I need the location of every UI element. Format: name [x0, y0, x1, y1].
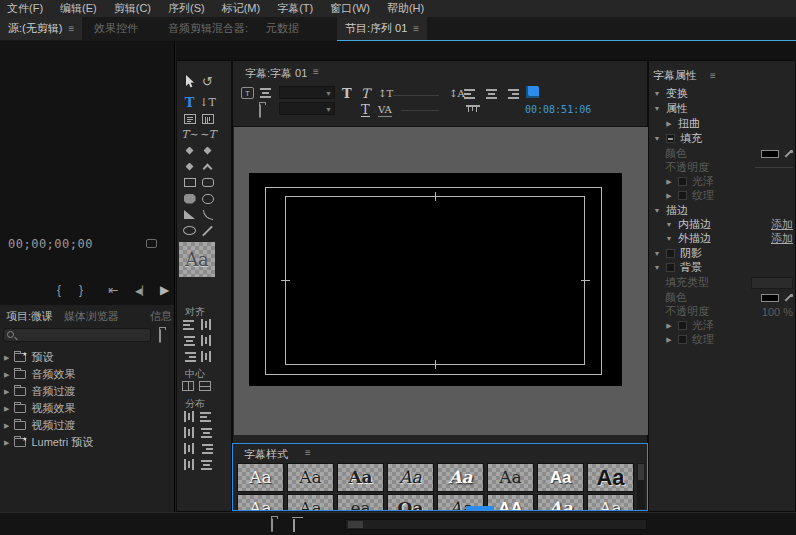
prop-shadow[interactable]: ▼阴影 [653, 247, 793, 260]
collapse-icon[interactable]: ▼ [653, 90, 661, 97]
title-canvas[interactable] [234, 127, 648, 435]
tab-info[interactable]: 信息 [150, 309, 172, 324]
rounded-rectangle-tool[interactable] [200, 175, 215, 190]
convert-anchor-tool[interactable] [200, 159, 215, 174]
style-swatch[interactable]: Aa [337, 463, 384, 492]
sheen-checkbox[interactable] [678, 321, 687, 330]
delete-style-icon[interactable] [293, 519, 295, 532]
collapse-icon[interactable]: ▼ [653, 264, 661, 271]
prop-transform[interactable]: ▼变换 [653, 87, 793, 100]
style-swatch[interactable]: Aa [237, 494, 284, 511]
tree-item-audio-transitions[interactable]: ▶ 音频过渡 [4, 384, 75, 399]
expander-icon[interactable]: ▶ [4, 422, 9, 430]
expand-icon[interactable]: ▶ [665, 322, 673, 330]
tab-audio-mixer[interactable]: 音频剪辑混合器: [160, 17, 256, 40]
ellipse-tool[interactable] [182, 223, 197, 238]
font-style-select[interactable]: ▼ [279, 102, 335, 115]
new-title-button[interactable]: T [241, 87, 254, 99]
prop-bg-sheen[interactable]: ▶光泽 [665, 319, 793, 332]
tree-item-presets[interactable]: ▶ ★ 预设 [4, 350, 53, 365]
clipped-rectangle-tool[interactable] [182, 191, 197, 206]
style-swatch[interactable]: Aa [287, 494, 334, 511]
expand-icon[interactable]: ▶ [665, 178, 673, 186]
menu-window[interactable]: 窗口(W) [330, 1, 370, 16]
menu-clip[interactable]: 剪辑(C) [114, 1, 151, 16]
opacity-slider[interactable] [755, 167, 793, 168]
align-top-button[interactable] [200, 319, 213, 331]
expand-icon[interactable]: ▶ [665, 120, 673, 128]
distribute-bottom-button[interactable] [200, 443, 213, 455]
expander-icon[interactable]: ▶ [4, 371, 9, 379]
prop-bg-texture[interactable]: ▶纹理 [665, 333, 793, 346]
distribute-vspacing-button[interactable] [200, 459, 213, 471]
sheen-checkbox[interactable] [678, 177, 687, 186]
search-input[interactable] [3, 328, 151, 342]
menu-file[interactable]: 文件(F) [7, 1, 43, 16]
style-swatch[interactable]: Aa [237, 463, 284, 492]
styles-vertical-scrollbar[interactable] [637, 463, 645, 509]
align-left-button[interactable] [183, 319, 196, 331]
menu-help[interactable]: 帮助(H) [387, 1, 424, 16]
prop-distort[interactable]: ▶扭曲 [665, 117, 793, 130]
area-type-tool[interactable] [182, 111, 197, 126]
italic-button[interactable]: T [361, 87, 370, 100]
show-background-video-button[interactable] [526, 86, 539, 98]
templates-button[interactable] [259, 104, 261, 118]
mark-out-button[interactable]: } [79, 284, 83, 296]
prop-inner-stroke[interactable]: ▼内描边 添加 [665, 218, 793, 231]
style-swatch[interactable]: Aa [537, 494, 584, 511]
panel-menu-icon[interactable]: ≡ [413, 23, 419, 34]
collapse-icon[interactable]: ▼ [653, 207, 661, 214]
align-vcenter-button[interactable] [200, 335, 213, 347]
expander-icon[interactable]: ▶ [4, 388, 9, 396]
step-back-button[interactable]: ◀▏ [135, 285, 149, 297]
menu-sequence[interactable]: 序列(S) [168, 1, 205, 16]
round-rectangle-tool[interactable] [200, 191, 215, 206]
goto-in-button[interactable]: ⇤ [108, 284, 118, 296]
prop-strokes[interactable]: ▼描边 [653, 204, 793, 217]
style-swatch[interactable]: Aa [587, 494, 634, 511]
type-tool[interactable]: T [182, 95, 197, 110]
new-bin-icon[interactable] [159, 329, 161, 343]
center-horizontal-button[interactable] [182, 381, 194, 391]
background-checkbox[interactable] [666, 263, 675, 272]
scrollbar-thumb[interactable] [638, 464, 644, 480]
style-swatch[interactable]: Aa [537, 463, 584, 492]
style-swatch[interactable]: Oa [387, 494, 434, 511]
opacity-value[interactable]: 100 % [762, 306, 793, 318]
underline-button[interactable]: T [361, 103, 370, 117]
prop-background[interactable]: ▼背景 [653, 261, 793, 274]
style-swatch[interactable]: Aa [287, 463, 334, 492]
texture-checkbox[interactable] [678, 191, 687, 200]
pen-tool[interactable] [182, 143, 197, 158]
horizontal-scrollbar[interactable] [345, 519, 647, 530]
style-swatch[interactable]: Aa [387, 463, 434, 492]
play-button[interactable]: ▶ [160, 284, 169, 296]
tab-stops-button[interactable] [466, 105, 480, 113]
path-type-tool[interactable]: T~ [182, 127, 197, 142]
add-inner-stroke-link[interactable]: 添加 [771, 217, 793, 232]
expander-icon[interactable]: ▶ [4, 405, 9, 413]
eyedropper-icon[interactable] [783, 149, 793, 159]
collapse-icon[interactable]: ▼ [653, 105, 661, 112]
distribute-left-button[interactable] [183, 411, 196, 423]
delete-anchor-tool[interactable]: - [200, 143, 215, 158]
vertical-path-type-tool[interactable]: ~T [200, 127, 215, 142]
panel-menu-icon[interactable]: ≡ [68, 23, 74, 34]
tab-metadata[interactable]: 元数据 [258, 17, 307, 40]
wedge-tool[interactable] [182, 207, 197, 222]
panel-menu-icon[interactable]: ≡ [305, 447, 311, 458]
menu-title[interactable]: 字幕(T) [277, 1, 313, 16]
bold-button[interactable]: T [342, 87, 352, 100]
add-anchor-tool[interactable]: + [182, 159, 197, 174]
output-settings-icon[interactable] [146, 239, 157, 248]
expander-icon[interactable]: ▶ [4, 439, 9, 447]
tab-program-monitor[interactable]: 节目:序列 01 ≡ [337, 17, 427, 40]
styles-horizontal-scrollbar-thumb[interactable] [466, 506, 494, 510]
tree-item-audio-effects[interactable]: ▶ 音频效果 [4, 367, 75, 382]
arc-tool[interactable] [200, 207, 215, 222]
align-bottom-button[interactable] [200, 351, 213, 363]
prop-fill-texture[interactable]: ▶纹理 [665, 189, 793, 202]
align-text-right-button[interactable] [506, 88, 519, 100]
prop-outer-stroke[interactable]: ▼外描边 添加 [665, 232, 793, 245]
